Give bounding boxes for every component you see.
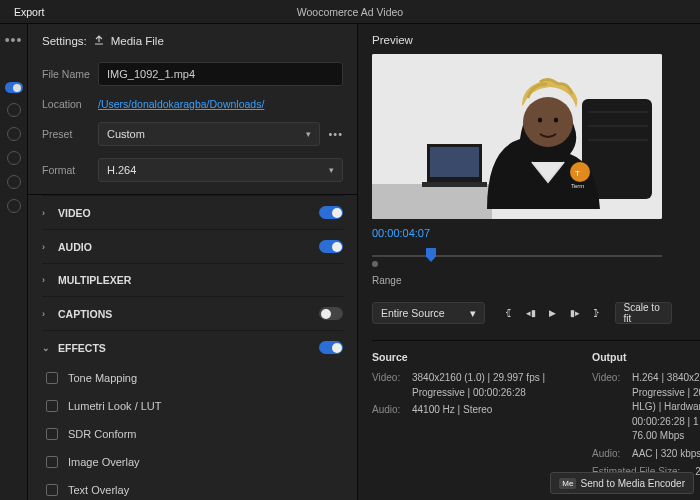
svg-point-9 [523,97,573,147]
tab-export[interactable]: Export [8,2,50,22]
svg-text:Term: Term [571,183,584,189]
format-select[interactable]: H.264 ▾ [98,158,343,182]
timeline-track [372,255,662,257]
source-video-value: 3840x2160 (1.0) | 29.997 fps | Progressi… [412,371,552,400]
media-encoder-icon: Me [559,478,576,489]
source-header: Source [372,351,552,363]
section-audio[interactable]: ›AUDIO [42,229,343,263]
effect-lumetri[interactable]: Lumetri Look / LUT [42,392,343,420]
timecode[interactable]: 00:00:04:07 [372,227,700,239]
audio-toggle[interactable] [319,240,343,253]
checkbox-icon[interactable] [46,400,58,412]
effect-image-overlay[interactable]: Image Overlay [42,448,343,476]
rail-toggle-media-file[interactable] [5,82,23,93]
settings-panel: Settings: Media File File Name Location … [28,24,358,500]
chevron-down-icon: ⌄ [42,343,50,353]
preset-more-icon[interactable]: ••• [328,128,343,140]
svg-rect-4 [422,182,487,187]
svg-rect-3 [430,147,479,177]
playhead-icon[interactable] [426,248,436,262]
video-toggle[interactable] [319,206,343,219]
output-audio-label: Audio: [592,447,626,462]
preview-video[interactable]: T Term [372,54,662,219]
go-to-in-icon[interactable]: ⦃ [499,303,519,323]
settings-label: Settings: [42,35,87,47]
file-name-input[interactable] [98,62,343,86]
output-video-label: Video: [592,371,626,444]
preview-label: Preview [372,34,700,46]
chevron-right-icon: › [42,242,50,252]
chevron-right-icon: › [42,275,50,285]
svg-rect-1 [372,184,492,219]
output-header: Output [592,351,700,363]
captions-toggle[interactable] [319,307,343,320]
checkbox-icon[interactable] [46,428,58,440]
preset-value: Custom [107,128,145,140]
chevron-down-icon: ▾ [329,165,334,175]
checkbox-icon[interactable] [46,484,58,496]
rail-slot-5[interactable] [7,199,21,213]
file-name-label: File Name [42,68,98,80]
preset-select[interactable]: Custom ▾ [98,122,320,146]
upload-icon [93,34,105,48]
section-captions[interactable]: ›CAPTIONS [42,296,343,330]
preview-panel: Preview [358,24,700,500]
range-select[interactable]: Entire Source ▾ [372,302,485,324]
step-forward-icon[interactable]: ▮▸ [565,303,585,323]
chevron-right-icon: › [42,309,50,319]
scale-to-fit-button[interactable]: Scale to fit [615,302,672,324]
project-title: Woocomerce Ad Video [297,6,403,18]
format-label: Format [42,164,98,176]
location-label: Location [42,98,98,110]
rail-slot-1[interactable] [7,103,21,117]
more-icon[interactable]: ••• [5,32,23,48]
rail-slot-4[interactable] [7,175,21,189]
timeline[interactable] [372,247,662,267]
svg-point-11 [554,117,558,122]
format-value: H.264 [107,164,136,176]
rail-slot-2[interactable] [7,127,21,141]
step-back-icon[interactable]: ◂▮ [521,303,541,323]
checkbox-icon[interactable] [46,456,58,468]
source-audio-label: Audio: [372,403,406,418]
source-video-label: Video: [372,371,406,400]
output-video-value: H.264 | 3840x2160 (1.0) | Progressive | … [632,371,700,444]
chevron-down-icon: ▾ [306,129,311,139]
effect-text-overlay[interactable]: Text Overlay [42,476,343,500]
left-rail: ••• [0,24,28,500]
section-multiplexer[interactable]: ›MULTIPLEXER [42,263,343,296]
section-video[interactable]: ›VIDEO [42,195,343,229]
in-point-icon[interactable] [372,261,378,267]
svg-point-12 [570,162,590,182]
go-to-out-icon[interactable]: ⦄ [587,303,607,323]
chevron-down-icon: ▾ [470,307,476,319]
svg-point-10 [538,117,542,122]
chevron-right-icon: › [42,208,50,218]
send-to-media-encoder-button[interactable]: Me Send to Media Encoder [550,472,694,494]
effects-toggle[interactable] [319,341,343,354]
rail-slot-3[interactable] [7,151,21,165]
media-file-label: Media File [111,35,164,47]
play-icon[interactable]: ▶ [543,303,563,323]
location-link[interactable]: /Users/donaldokaragba/Downloads/ [98,98,264,110]
section-effects[interactable]: ⌄EFFECTS [42,330,343,364]
source-audio-value: 44100 Hz | Stereo [412,403,492,418]
effect-tone-mapping[interactable]: Tone Mapping [42,364,343,392]
output-audio-value: AAC | 320 kbps | 48 kHz [632,447,700,462]
preset-label: Preset [42,128,98,140]
range-label: Range [372,275,700,286]
svg-text:T: T [575,169,580,178]
filesize-value: 256 MB [695,465,700,480]
checkbox-icon[interactable] [46,372,58,384]
effect-sdr-conform[interactable]: SDR Conform [42,420,343,448]
